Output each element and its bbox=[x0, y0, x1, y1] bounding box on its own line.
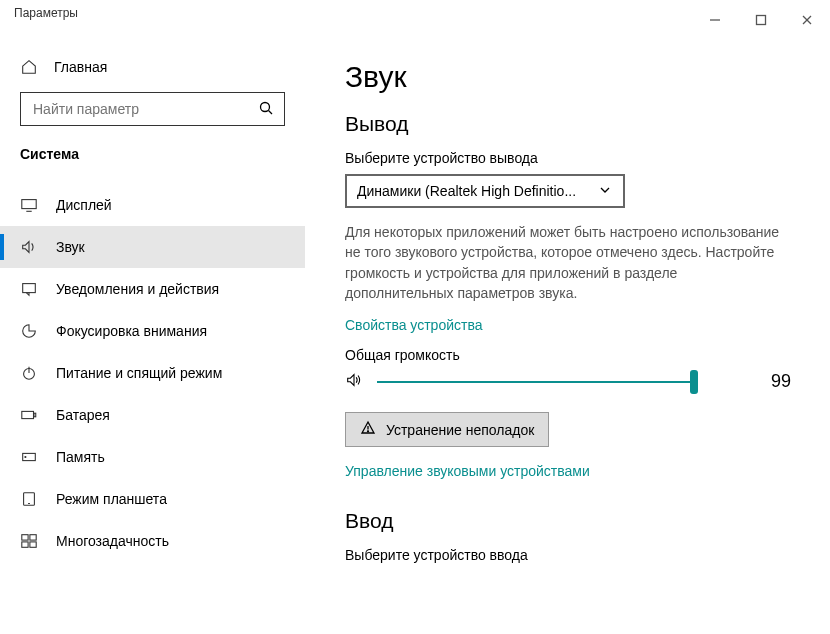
svg-rect-6 bbox=[22, 200, 36, 209]
sidebar-item-label: Звук bbox=[56, 239, 85, 255]
sidebar-item-label: Многозадачность bbox=[56, 533, 169, 549]
nav-list: Дисплей Звук Уведомления и действия Фоку… bbox=[0, 184, 305, 562]
sidebar-home[interactable]: Главная bbox=[0, 50, 305, 84]
speaker-icon[interactable] bbox=[345, 371, 363, 392]
titlebar: Параметры bbox=[0, 0, 830, 40]
maximize-button[interactable] bbox=[738, 6, 784, 34]
sidebar-item-display[interactable]: Дисплей bbox=[0, 184, 305, 226]
minimize-button[interactable] bbox=[692, 6, 738, 34]
sidebar-item-label: Память bbox=[56, 449, 105, 465]
sidebar-section-title: Система bbox=[0, 140, 305, 172]
focus-icon bbox=[20, 322, 38, 340]
sidebar-home-label: Главная bbox=[54, 59, 107, 75]
svg-rect-18 bbox=[30, 535, 36, 540]
multitask-icon bbox=[20, 532, 38, 550]
input-device-label: Выберите устройство ввода bbox=[345, 547, 800, 563]
sidebar-item-notifications[interactable]: Уведомления и действия bbox=[0, 268, 305, 310]
troubleshoot-label: Устранение неполадок bbox=[386, 422, 534, 438]
svg-rect-8 bbox=[23, 284, 36, 293]
chevron-down-icon bbox=[597, 182, 613, 201]
output-device-value: Динамики (Realtek High Definitio... bbox=[357, 183, 576, 199]
sidebar-item-power[interactable]: Питание и спящий режим bbox=[0, 352, 305, 394]
window-title: Параметры bbox=[14, 6, 78, 20]
storage-icon bbox=[20, 448, 38, 466]
svg-rect-12 bbox=[34, 413, 36, 417]
sidebar-item-label: Дисплей bbox=[56, 197, 112, 213]
sidebar-item-focus[interactable]: Фокусировка внимания bbox=[0, 310, 305, 352]
sidebar-item-label: Фокусировка внимания bbox=[56, 323, 207, 339]
output-device-select[interactable]: Динамики (Realtek High Definitio... bbox=[345, 174, 625, 208]
search-input[interactable] bbox=[20, 92, 285, 126]
power-icon bbox=[20, 364, 38, 382]
svg-rect-17 bbox=[22, 535, 28, 540]
sidebar-item-battery[interactable]: Батарея bbox=[0, 394, 305, 436]
svg-point-14 bbox=[25, 456, 26, 457]
svg-line-5 bbox=[269, 110, 273, 114]
volume-slider[interactable] bbox=[377, 372, 697, 392]
manage-devices-link[interactable]: Управление звуковыми устройствами bbox=[345, 463, 800, 479]
sidebar-item-label: Батарея bbox=[56, 407, 110, 423]
sound-icon bbox=[20, 238, 38, 256]
slider-track bbox=[377, 381, 697, 383]
input-heading: Ввод bbox=[345, 509, 800, 533]
close-button[interactable] bbox=[784, 6, 830, 34]
sidebar-item-label: Питание и спящий режим bbox=[56, 365, 222, 381]
sidebar-item-sound[interactable]: Звук bbox=[0, 226, 305, 268]
sidebar-item-label: Уведомления и действия bbox=[56, 281, 219, 297]
sidebar-item-multitask[interactable]: Многозадачность bbox=[0, 520, 305, 562]
sidebar: Главная Система Дисплей Звук bbox=[0, 40, 305, 634]
output-heading: Вывод bbox=[345, 112, 800, 136]
device-properties-link[interactable]: Свойства устройства bbox=[345, 317, 800, 333]
slider-thumb[interactable] bbox=[690, 370, 698, 394]
master-volume-label: Общая громкость bbox=[345, 347, 800, 363]
sidebar-item-label: Режим планшета bbox=[56, 491, 167, 507]
svg-point-22 bbox=[368, 431, 369, 432]
svg-rect-20 bbox=[30, 542, 36, 547]
output-description: Для некоторых приложений может быть наст… bbox=[345, 222, 785, 303]
svg-point-4 bbox=[261, 102, 270, 111]
window-controls bbox=[692, 6, 830, 34]
search-icon bbox=[258, 100, 274, 119]
sidebar-item-tablet[interactable]: Режим планшета bbox=[0, 478, 305, 520]
tablet-icon bbox=[20, 490, 38, 508]
home-icon bbox=[20, 58, 38, 76]
sidebar-item-storage[interactable]: Память bbox=[0, 436, 305, 478]
page-title: Звук bbox=[345, 60, 800, 94]
search-field[interactable] bbox=[31, 100, 251, 118]
battery-icon bbox=[20, 406, 38, 424]
display-icon bbox=[20, 196, 38, 214]
svg-rect-11 bbox=[22, 411, 34, 418]
output-device-label: Выберите устройство вывода bbox=[345, 150, 800, 166]
svg-rect-1 bbox=[757, 16, 766, 25]
volume-value: 99 bbox=[771, 371, 791, 392]
main-content: Звук Вывод Выберите устройство вывода Ди… bbox=[305, 40, 830, 634]
troubleshoot-button[interactable]: Устранение неполадок bbox=[345, 412, 549, 447]
svg-rect-19 bbox=[22, 542, 28, 547]
warning-icon bbox=[360, 420, 376, 439]
notifications-icon bbox=[20, 280, 38, 298]
